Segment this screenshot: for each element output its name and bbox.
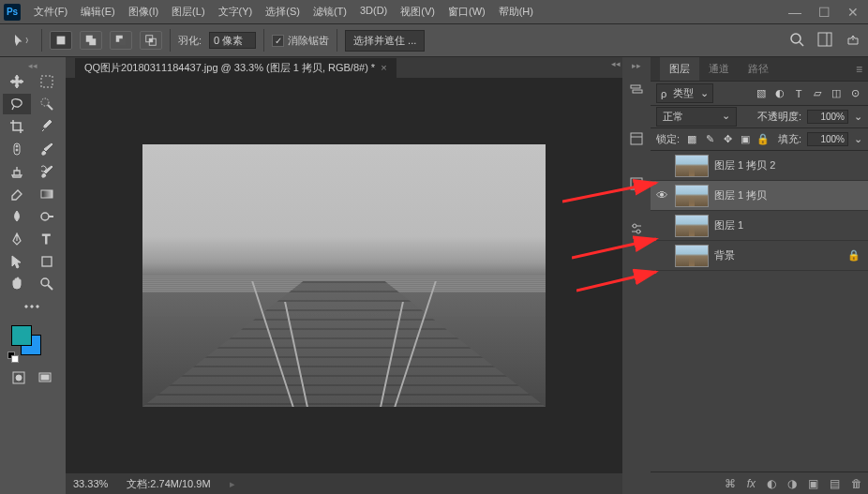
filter-toggle-icon[interactable]: ⊙ (847, 86, 862, 101)
layer-thumbnail[interactable] (675, 245, 709, 267)
screen-mode[interactable] (35, 367, 55, 388)
character-panel-icon[interactable] (626, 173, 647, 194)
default-colors[interactable] (7, 352, 21, 365)
pen-tool[interactable] (3, 229, 31, 249)
feather-input[interactable] (209, 32, 256, 49)
select-and-mask-button[interactable]: 选择并遮住 ... (345, 30, 425, 52)
canvas-collapse-grip[interactable]: ◂◂ (609, 57, 622, 70)
visibility-toggle[interactable]: 👁 (654, 188, 669, 203)
lock-position-icon[interactable]: ✥ (721, 133, 734, 146)
doc-info[interactable]: 文档:2.74M/10.9M (127, 477, 210, 491)
layer-name[interactable]: 图层 1 拷贝 (714, 188, 864, 202)
menu-view[interactable]: 视图(V) (395, 2, 441, 22)
bool-add-selection[interactable] (80, 31, 102, 50)
layer-row[interactable]: 背景 🔒 (651, 241, 868, 271)
filter-pixel-icon[interactable]: ▧ (754, 86, 769, 101)
layer-name[interactable]: 图层 1 (714, 218, 864, 232)
lock-paint-icon[interactable]: ✎ (703, 133, 716, 146)
layer-row[interactable]: 👁 图层 1 拷贝 (651, 181, 868, 211)
clone-stamp-tool[interactable] (3, 161, 31, 182)
gradient-tool[interactable] (33, 184, 61, 204)
foreground-color[interactable] (11, 325, 32, 346)
menu-layer[interactable]: 图层(L) (166, 2, 210, 22)
new-group-icon[interactable]: ▣ (808, 477, 818, 490)
lasso-tool[interactable] (3, 94, 31, 114)
bool-intersect-selection[interactable] (140, 31, 162, 50)
hand-tool[interactable] (3, 274, 31, 294)
panel-menu-icon[interactable]: ≡ (856, 63, 862, 76)
workspace-icon[interactable] (817, 32, 832, 49)
bool-subtract-selection[interactable] (110, 31, 132, 50)
adjustments-panel-icon[interactable] (626, 218, 647, 239)
adjustment-layer-icon[interactable]: ◑ (787, 477, 797, 490)
blur-tool[interactable] (3, 206, 31, 227)
menu-select[interactable]: 选择(S) (260, 2, 306, 22)
menu-image[interactable]: 图像(I) (123, 2, 164, 22)
filter-adjust-icon[interactable]: ◐ (772, 86, 787, 101)
menu-3d[interactable]: 3D(D) (354, 2, 393, 22)
status-arrow-icon[interactable]: ▸ (230, 478, 235, 490)
properties-panel-icon[interactable] (626, 128, 647, 149)
move-tool[interactable] (3, 71, 31, 92)
maximize-button[interactable]: ☐ (818, 5, 831, 20)
healing-brush-tool[interactable] (3, 139, 31, 159)
layer-row[interactable]: 图层 1 (651, 211, 868, 241)
menu-filter[interactable]: 滤镜(T) (307, 2, 352, 22)
brush-tool[interactable] (33, 139, 61, 159)
layer-name[interactable]: 图层 1 拷贝 2 (714, 158, 864, 172)
color-swatches[interactable] (2, 325, 64, 363)
lock-artboard-icon[interactable]: ▣ (739, 133, 752, 146)
layer-mask-icon[interactable]: ◐ (767, 477, 776, 490)
close-tab-icon[interactable]: × (381, 62, 386, 73)
layer-name[interactable]: 背景 (714, 248, 842, 262)
marquee-tool[interactable] (33, 71, 61, 92)
fill-input[interactable]: 100% (807, 132, 848, 146)
bool-new-selection[interactable] (50, 31, 72, 50)
zoom-level[interactable]: 33.33% (73, 478, 108, 489)
delete-layer-icon[interactable]: 🗑 (851, 477, 862, 490)
menu-text[interactable]: 文字(Y) (213, 2, 259, 22)
layer-thumbnail[interactable] (675, 155, 709, 177)
layer-thumbnail[interactable] (675, 215, 709, 237)
layer-fx-icon[interactable]: fx (747, 477, 756, 490)
layer-thumbnail[interactable] (675, 185, 709, 207)
quick-mask-mode[interactable] (8, 367, 29, 388)
zoom-tool[interactable] (33, 274, 61, 294)
document-tab[interactable]: QQ图片20180311184437.jpg @ 33.3% (图层 1 拷贝,… (75, 58, 397, 78)
visibility-toggle[interactable] (654, 248, 669, 263)
lock-transparency-icon[interactable]: ▩ (685, 133, 698, 146)
filter-shape-icon[interactable]: ▱ (810, 86, 825, 101)
eyedropper-tool[interactable] (33, 116, 61, 137)
dodge-tool[interactable] (33, 206, 61, 227)
history-brush-tool[interactable] (33, 161, 61, 182)
toolbox-collapse-grip[interactable]: ◂◂ (2, 61, 64, 70)
crop-tool[interactable] (3, 116, 31, 137)
type-tool[interactable]: T (33, 229, 61, 249)
link-layers-icon[interactable]: ⌘ (725, 477, 736, 490)
tab-layers[interactable]: 图层 (660, 57, 699, 81)
close-button[interactable]: ✕ (847, 5, 859, 20)
tab-paths[interactable]: 路径 (739, 57, 778, 81)
blend-mode-dropdown[interactable]: 正常⌄ (656, 107, 737, 127)
filter-smart-icon[interactable]: ◫ (829, 86, 844, 101)
quick-select-tool[interactable] (33, 94, 61, 114)
tool-preset-picker[interactable] (7, 30, 34, 51)
canvas[interactable] (66, 78, 622, 473)
shape-tool[interactable] (33, 251, 61, 272)
menu-window[interactable]: 窗口(W) (442, 2, 491, 22)
filter-type-icon[interactable]: T (791, 86, 806, 101)
visibility-toggle[interactable] (654, 158, 669, 173)
opacity-input[interactable]: 100% (807, 110, 848, 124)
share-icon[interactable] (846, 32, 861, 49)
visibility-toggle[interactable] (654, 218, 669, 233)
filter-type-dropdown[interactable]: ρ 类型 ⌄ (656, 83, 713, 103)
layer-row[interactable]: 图层 1 拷贝 2 (651, 151, 868, 181)
search-icon[interactable] (789, 32, 804, 49)
minimize-button[interactable]: — (788, 5, 801, 20)
history-panel-icon[interactable] (626, 80, 647, 100)
dock-grip[interactable]: ▸▸ (622, 61, 651, 70)
path-select-tool[interactable] (3, 251, 31, 272)
eraser-tool[interactable] (3, 184, 31, 204)
menu-help[interactable]: 帮助(H) (493, 2, 539, 22)
menu-file[interactable]: 文件(F) (28, 2, 73, 22)
